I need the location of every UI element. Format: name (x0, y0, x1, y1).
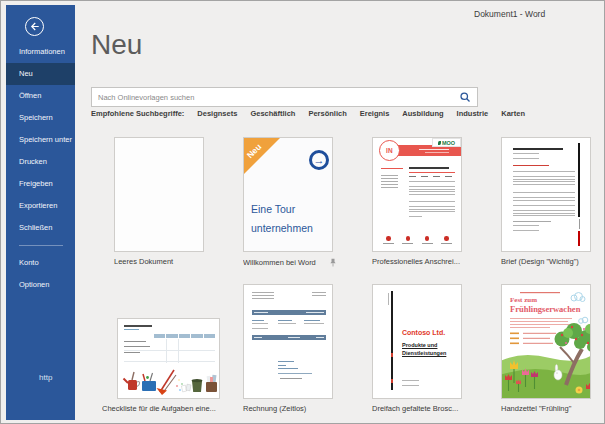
suggestion-geschaeftlich[interactable]: Geschäftlich (250, 109, 295, 118)
template-card-brief-wichtig[interactable] (501, 137, 591, 252)
search-icon (459, 91, 471, 103)
word-backstage-window: Dokument1 - Word Informationen Neu Öffne… (0, 0, 605, 424)
sidebar-item-freigeben[interactable]: Freigeben (6, 173, 75, 195)
sidebar-item-oeffnen[interactable]: Öffnen (6, 85, 75, 107)
sidebar-item-drucken[interactable]: Drucken (6, 151, 75, 173)
cleaning-illustration (122, 368, 217, 396)
brochure-subtitle: Produkte und Dienstleistungen (402, 341, 448, 358)
suggested-searches: Empfohlene Suchbegriffe: Designsets Gesc… (91, 109, 525, 118)
sidebar-item-speichern[interactable]: Speichern (6, 107, 75, 129)
template-label-row: Willkommen bei Word (243, 257, 337, 268)
leaf-icon (438, 141, 441, 145)
suggestion-karten[interactable]: Karten (501, 109, 525, 118)
sidebar-item-neu[interactable]: Neu (6, 63, 75, 85)
flyer-heading-line1: Fest zum (510, 296, 537, 304)
template-label: Checkliste für die Aufgaben eine... (102, 404, 220, 415)
brand-logo: MOO (432, 138, 461, 147)
template-card-dreifach-broschuere[interactable]: Contoso Ltd. Produkte und Dienstleistung… (372, 284, 462, 399)
tour-arrow-icon: → (309, 150, 329, 170)
status-url-text: http (39, 373, 52, 382)
search-input[interactable] (92, 93, 453, 102)
window-title: Dokument1 - Word (474, 9, 545, 19)
company-name: Contoso Ltd. (402, 329, 445, 336)
sidebar-item-optionen[interactable]: Optionen (6, 274, 75, 296)
sidebar-item-exportieren[interactable]: Exportieren (6, 195, 75, 217)
template-card-handzettel-fruehling[interactable]: Fest zum Frühlingserwachen (501, 284, 591, 399)
thumbnail-art (244, 285, 332, 398)
suggestion-persoenlich[interactable]: Persönlich (308, 109, 346, 118)
sidebar-item-informationen[interactable]: Informationen (6, 41, 75, 63)
suggestion-ausbildung[interactable]: Ausbildung (402, 109, 443, 118)
tour-text: Eine Tour unternehmen (251, 200, 331, 238)
backstage-sidebar: Informationen Neu Öffnen Speichern Speic… (6, 5, 75, 420)
thumbnail-art (502, 138, 590, 251)
template-card-willkommen-bei-word[interactable]: Neu → Eine Tour unternehmen (243, 137, 333, 252)
back-button[interactable] (25, 17, 44, 36)
suggestion-industrie[interactable]: Industrie (457, 109, 489, 118)
suggestion-designsets[interactable]: Designsets (197, 109, 237, 118)
monogram-badge: IN (379, 140, 400, 161)
template-card-leeres-dokument[interactable] (114, 137, 204, 252)
flyer-heading-line2: Frühlingserwachen (510, 304, 580, 314)
template-card-professionelles-anschreiben[interactable]: IN MOO (372, 137, 462, 252)
template-label: Dreifach gefaltete Brosc... (372, 404, 466, 415)
search-button[interactable] (453, 88, 477, 106)
template-label: Willkommen bei Word (243, 258, 316, 267)
template-label: Professionelles Anschrei... (372, 257, 466, 268)
suggested-searches-label: Empfohlene Suchbegriffe: (91, 109, 184, 118)
template-label: Brief (Design "Wichtig") (501, 257, 595, 268)
template-card-rechnung-zeitlos[interactable] (243, 284, 333, 399)
suggestion-ereignis[interactable]: Ereignis (360, 109, 390, 118)
sidebar-item-konto[interactable]: Konto (6, 252, 75, 274)
thumbnail-art (118, 319, 219, 398)
sidebar-divider (19, 245, 63, 246)
sidebar-item-speichern-unter[interactable]: Speichern unter (6, 129, 75, 151)
page-title: Neu (91, 31, 142, 59)
template-label: Handzettel "Frühling" (501, 404, 595, 415)
pin-icon[interactable] (329, 258, 337, 267)
sidebar-item-schliessen[interactable]: Schließen (6, 217, 75, 239)
template-label: Leeres Dokument (114, 257, 208, 268)
template-card-checkliste[interactable] (117, 318, 220, 399)
back-arrow-icon (29, 21, 40, 32)
online-template-search (91, 87, 478, 107)
template-label: Rechnung (Zeitlos) (243, 404, 337, 415)
sidebar-nav: Informationen Neu Öffnen Speichern Speic… (6, 41, 75, 296)
